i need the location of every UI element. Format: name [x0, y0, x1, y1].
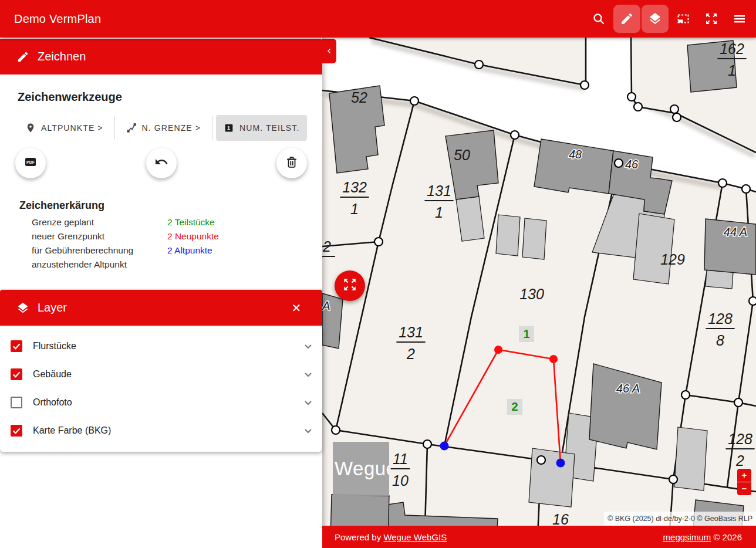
svg-text:131: 131	[399, 324, 423, 340]
pencil-icon	[16, 50, 29, 63]
svg-text:1: 1	[350, 201, 359, 217]
parcel-number-label: 130	[519, 286, 544, 302]
num-teilstuecke-button[interactable]: 1 NUM. TEILST.	[216, 115, 307, 141]
footer-bar: Powered by Wegue WebGIS meggsimum © 2026	[322, 526, 756, 548]
delete-button[interactable]	[276, 148, 307, 178]
layer-label: Karte Farbe (BKG)	[33, 425, 111, 436]
building-number-label: A	[322, 299, 330, 312]
checkbox-checked[interactable]	[11, 340, 22, 352]
num-teilstuecke-label: NUM. TEILST.	[239, 123, 299, 133]
legend-label: Grenze geplant	[32, 215, 167, 229]
wegue-webgis-link[interactable]: Wegue WebGIS	[383, 532, 447, 542]
altpunkte-count: 2 Altpunkte	[167, 243, 212, 258]
building-number-label: 44 A	[724, 225, 747, 238]
zoom-out-map-icon	[342, 277, 357, 295]
pdf-export-button[interactable]: PDF	[15, 148, 46, 178]
select-region-icon	[676, 12, 690, 26]
vermplan-app: 525013012916484644 A46 AA162113211311131…	[0, 0, 756, 548]
fullscreen-button[interactable]	[697, 5, 725, 33]
wegue-watermark: Wegue	[333, 442, 389, 496]
old-point-marker	[556, 459, 565, 468]
building-number-label: 46	[625, 158, 639, 171]
legend-row-neupunkt: neuer Grenzpunkt 2 Neupunkte	[19, 229, 307, 243]
map-pin-icon	[25, 123, 36, 133]
parcel-number-label: 52	[351, 89, 367, 106]
legend-label: für Gebührenberechnung	[32, 243, 167, 258]
new-point-marker	[494, 346, 502, 354]
search-icon	[592, 12, 606, 26]
layer-item-gebaeude[interactable]: Gebäude	[0, 360, 322, 388]
app-title: Demo VermPlan	[14, 12, 101, 26]
layer-item-flurstuecke[interactable]: Flurstücke	[0, 332, 322, 360]
checkbox-checked[interactable]	[11, 368, 22, 380]
app-bar-actions	[585, 5, 754, 33]
draw-tool-button[interactable]	[613, 5, 640, 33]
neue-grenze-label: N. GRENZE >	[142, 123, 201, 133]
divider	[114, 116, 115, 140]
svg-text:1: 1	[227, 125, 231, 131]
chevron-down-icon[interactable]	[301, 424, 315, 438]
svg-text:162: 162	[720, 40, 744, 57]
layer-panel-header[interactable]: Layer ✕	[0, 290, 322, 326]
select-region-button[interactable]	[669, 5, 697, 33]
svg-text:11: 11	[393, 451, 408, 467]
zeichnen-panel-header[interactable]: Zeichnen	[0, 39, 322, 75]
svg-text:1: 1	[728, 62, 736, 79]
building-number-label: 46 A	[616, 382, 640, 395]
teilstuecke-count: 2 Teilstücke	[167, 215, 215, 229]
svg-text:2: 2	[406, 346, 415, 362]
chevron-down-icon[interactable]	[301, 395, 315, 410]
svg-text:2: 2	[511, 400, 518, 413]
menu-icon	[733, 12, 747, 26]
menu-button[interactable]	[725, 5, 754, 33]
map-canvas[interactable]: 525013012916484644 A46 AA162113211311131…	[322, 38, 756, 548]
svg-text:132: 132	[342, 179, 367, 195]
chevron-down-icon[interactable]	[301, 367, 315, 381]
app-bar: Demo VermPlan	[0, 0, 756, 38]
layers-button[interactable]	[642, 5, 669, 33]
chevron-down-icon[interactable]	[301, 339, 315, 353]
legend-heading: Zeichenerkärung	[19, 199, 104, 212]
powered-by-text: Powered by	[335, 532, 383, 542]
legend-label: anzustehender Altpunkt	[32, 258, 167, 272]
looks-one-icon: 1	[224, 123, 234, 133]
altpunkte-label: ALTPUNKTE >	[41, 123, 103, 133]
meggsimum-link[interactable]: meggsimum	[663, 532, 711, 542]
svg-text:128: 128	[728, 431, 752, 447]
powered-by: Powered by Wegue WebGIS	[335, 532, 447, 542]
polyline-icon	[126, 123, 137, 133]
parcel-number-label: 16	[552, 511, 569, 527]
layer-item-orthofoto[interactable]: Orthofoto	[0, 388, 322, 417]
parcel-number-label: 50	[454, 147, 470, 163]
teilstueck-label: 1	[519, 326, 534, 342]
tool-button-group: ALTPUNKTE > N. GRENZE > 1 NUM. TEILST.	[18, 115, 307, 141]
layer-label: Gebäude	[33, 369, 72, 380]
zeichnen-panel-title: Zeichnen	[38, 50, 86, 63]
parcel-number-label: 129	[660, 251, 685, 268]
checkbox-unchecked[interactable]	[11, 397, 22, 408]
search-button[interactable]	[585, 5, 613, 33]
svg-text:2: 2	[735, 452, 744, 469]
neue-grenze-button[interactable]: N. GRENZE >	[119, 115, 208, 141]
layer-item-karte-farbe[interactable]: Karte Farbe (BKG)	[0, 417, 322, 445]
checkbox-checked[interactable]	[11, 425, 22, 437]
tools-heading: Zeichenwerkzeuge	[18, 90, 122, 104]
zoom-to-extent-fab[interactable]	[335, 270, 365, 301]
delete-icon	[285, 155, 299, 171]
map-attribution: © BKG (2025) dl-de/by-2-0 © GeoBasis RLP	[604, 512, 756, 526]
zoom-control: + −	[737, 469, 751, 495]
layers-icon	[648, 12, 662, 26]
svg-text:1: 1	[523, 327, 529, 340]
zoom-in-button[interactable]: +	[737, 469, 751, 482]
svg-text:128: 128	[708, 310, 733, 327]
svg-text:10: 10	[392, 472, 409, 489]
drawer-collapse-button[interactable]	[322, 39, 336, 63]
close-icon[interactable]: ✕	[282, 290, 310, 326]
new-point-marker	[549, 355, 558, 363]
divider	[212, 116, 212, 140]
copyright-year: © 2026	[711, 532, 742, 542]
zoom-out-button[interactable]: −	[737, 482, 751, 495]
undo-button[interactable]	[146, 148, 177, 178]
altpunkte-button[interactable]: ALTPUNKTE >	[18, 115, 111, 141]
layer-list: Flurstücke Gebäude Orthofoto	[0, 327, 322, 452]
